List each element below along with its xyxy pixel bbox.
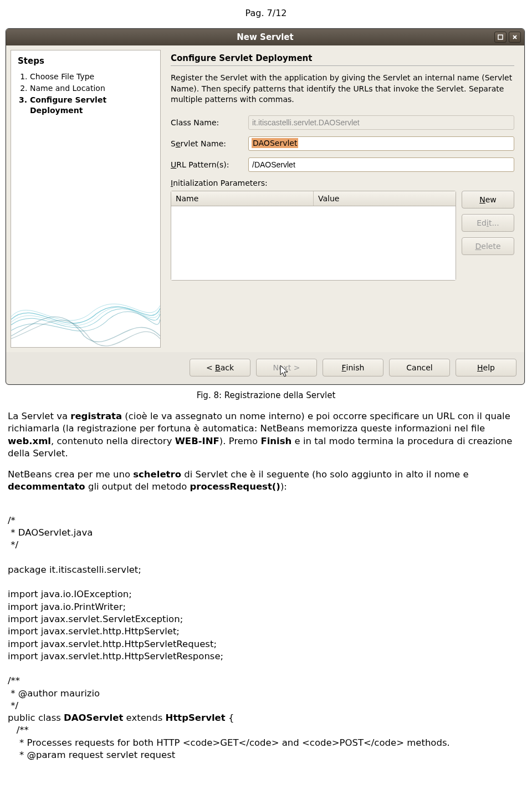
page-number: Pag. 7/12 [0,0,532,28]
url-pattern-field[interactable] [248,157,514,172]
step-item: Choose File Type [30,72,154,82]
paragraph-2: NetBeans crea per me uno scheletro di Se… [8,469,524,493]
new-button[interactable]: New [462,191,514,208]
step-item-current: Configure Servlet Deployment [30,95,154,116]
wizard-decorative-art [11,286,160,347]
class-name-field [248,115,514,130]
servlet-name-row: Servlet Name: DAOServlet [171,136,514,151]
window-title: New Servlet [237,32,293,42]
steps-panel: Steps Choose File Type Name and Location… [11,50,161,348]
form-panel: Configure Servlet Deployment Register th… [165,50,520,348]
help-button[interactable]: Help [456,359,516,376]
finish-button[interactable]: Finish [323,359,383,376]
url-pattern-label: URL Pattern(s): [171,160,248,169]
dialog-footer: < Back Next > Finish Cancel Help [6,352,524,384]
dialog-window: New Servlet Steps Choose File Type Name … [6,28,525,385]
init-params-table[interactable]: Name Value [171,191,456,281]
class-name-row: Class Name: [171,115,514,130]
form-title: Configure Servlet Deployment [171,53,514,63]
edit-button: Edit... [462,214,514,232]
servlet-name-label: Servlet Name: [171,139,248,148]
init-params-table-body [171,206,456,280]
back-button[interactable]: < Back [190,359,250,376]
divider [171,65,514,66]
maximize-button[interactable] [494,32,507,43]
figure-caption: Fig. 8: Registrazione della Servlet [0,385,532,410]
step-item: Name and Location [30,83,154,94]
window-titlebar: New Servlet [6,29,524,45]
screenshot-container: New Servlet Steps Choose File Type Name … [0,28,532,385]
servlet-name-field[interactable] [248,136,514,151]
column-header-value[interactable]: Value [314,191,456,206]
close-button[interactable] [509,32,521,43]
steps-title: Steps [18,56,154,66]
class-name-label: Class Name: [171,118,248,127]
delete-button: Delete [462,237,514,255]
form-description: Register the Servlet with the applicatio… [171,73,514,105]
cancel-button[interactable]: Cancel [389,359,450,376]
column-header-name[interactable]: Name [171,191,314,206]
dialog-body: Steps Choose File Type Name and Location… [6,45,524,352]
init-params-label: Initialization Parameters: [171,179,514,187]
url-pattern-row: URL Pattern(s): [171,157,514,172]
svg-rect-0 [498,35,503,39]
next-button: Next > [256,359,317,376]
paragraph-1: La Servlet va registrata (cioè le va ass… [8,410,524,460]
code-block: /* * DAOServlet.java */ package it.itisc… [0,502,532,762]
